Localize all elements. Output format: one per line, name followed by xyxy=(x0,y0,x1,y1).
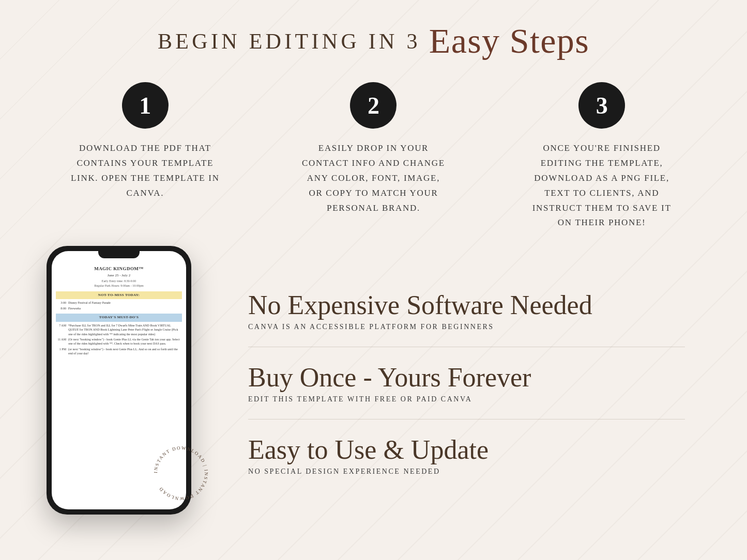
phone-task-1-time: 7 AM xyxy=(56,323,66,336)
features-section: No Expensive Software Needed CANVA IS AN… xyxy=(227,251,716,515)
phone-event-1-desc: Disney Festival of Fantasy Parade xyxy=(68,301,182,305)
phone-task-3: 1 PM (or next "booking window") - book n… xyxy=(56,347,182,356)
step-3: 3 ONCE YOU'RE FINISHEDEDITING THE TEMPLA… xyxy=(504,82,700,230)
phone-task-1-desc: *Purchase ILL for TRON and ILL for 7 Dwa… xyxy=(68,323,182,336)
phone-notch xyxy=(98,251,140,258)
phone-task-3-desc: (or next "booking window") - book next G… xyxy=(68,347,182,356)
feature-2-script: Buy Once - Yours Forever xyxy=(248,363,685,392)
phone-task-1: 7 AM *Purchase ILL for TRON and ILL for … xyxy=(56,323,182,336)
phone-section1-header: NOT-TO-MISS TODAY: xyxy=(56,291,182,300)
bottom-section: MAGIC KINGDOM™ June 25 - July 2 Early En… xyxy=(0,246,747,515)
feature-2-subtext: EDIT THIS TEMPLATE WITH FREE OR PAID CAN… xyxy=(248,395,685,403)
phone-early-entry: Early Entry time: 8:30-9:00 xyxy=(56,279,182,283)
page-wrapper: BEGIN EDITING IN 3 Easy Steps 1 DOWNLOAD… xyxy=(0,0,747,560)
phone-container: MAGIC KINGDOM™ June 25 - July 2 Early En… xyxy=(31,246,207,515)
phone-dates: June 25 - July 2 xyxy=(56,273,182,278)
header-section: BEGIN EDITING IN 3 Easy Steps xyxy=(0,0,747,72)
divider-2 xyxy=(248,419,685,419)
header-title: BEGIN EDITING IN 3 Easy Steps xyxy=(0,21,747,61)
circular-text-svg: INSTANT DOWNLOAD | INSTANT DOWNLOAD xyxy=(150,442,212,504)
header-script-text: Easy Steps xyxy=(429,21,589,61)
feature-1-subtext: CANVA IS AN ACCESSIBLE PLATFORM FOR BEGI… xyxy=(248,323,685,331)
phone-event-2-time: 8:00 xyxy=(56,306,66,310)
phone-event-1-time: 3:00 xyxy=(56,301,66,305)
steps-section: 1 DOWNLOAD THE PDF THATCONTAINS YOUR TEM… xyxy=(0,72,747,246)
step-2-number: 2 xyxy=(350,82,397,129)
divider-1 xyxy=(248,347,685,347)
step-2: 2 EASILY DROP IN YOURCONTACT INFO AND CH… xyxy=(275,82,471,215)
feature-1-script: No Expensive Software Needed xyxy=(248,290,685,320)
step-1-number: 1 xyxy=(122,82,169,129)
step-2-text: EASILY DROP IN YOURCONTACT INFO AND CHAN… xyxy=(302,141,445,215)
phone-content: MAGIC KINGDOM™ June 25 - July 2 Early En… xyxy=(52,251,186,361)
phone-task-2-time: 11 AM xyxy=(56,337,66,346)
step-1: 1 DOWNLOAD THE PDF THATCONTAINS YOUR TEM… xyxy=(47,82,243,201)
phone-event-2: 8:00 Fireworks xyxy=(56,306,182,310)
step-3-text: ONCE YOU'RE FINISHEDEDITING THE TEMPLATE… xyxy=(532,141,672,230)
circular-text-container: INSTANT DOWNLOAD | INSTANT DOWNLOAD xyxy=(150,442,212,504)
phone-task-2-desc: (Or next "booking window") - book Genie … xyxy=(68,337,182,346)
feature-3: Easy to Use & Update NO SPECIAL DESIGN E… xyxy=(248,435,685,476)
phone-title: MAGIC KINGDOM™ xyxy=(56,266,182,272)
feature-3-subtext: NO SPECIAL DESIGN EXPERIENCE NEEDED xyxy=(248,468,685,476)
step-1-text: DOWNLOAD THE PDF THATCONTAINS YOUR TEMPL… xyxy=(71,141,220,201)
phone-task-3-time: 1 PM xyxy=(56,347,66,356)
step-3-number: 3 xyxy=(578,82,625,129)
phone-event-1: 3:00 Disney Festival of Fantasy Parade xyxy=(56,301,182,305)
svg-text:INSTANT DOWNLOAD | INSTANT DOW: INSTANT DOWNLOAD | INSTANT DOWNLOAD xyxy=(153,445,209,501)
feature-1: No Expensive Software Needed CANVA IS AN… xyxy=(248,290,685,331)
phone-section2-header: TODAY'S MUST-DO'S xyxy=(56,314,182,322)
phone-task-2: 11 AM (Or next "booking window") - book … xyxy=(56,337,182,346)
phone-event-2-desc: Fireworks xyxy=(68,306,182,310)
feature-3-script: Easy to Use & Update xyxy=(248,435,685,464)
phone-park-hours: Regular Park Hours: 9:00am - 10:00pm xyxy=(56,284,182,288)
header-plain-text: BEGIN EDITING IN 3 xyxy=(158,29,421,54)
feature-2: Buy Once - Yours Forever EDIT THIS TEMPL… xyxy=(248,363,685,403)
